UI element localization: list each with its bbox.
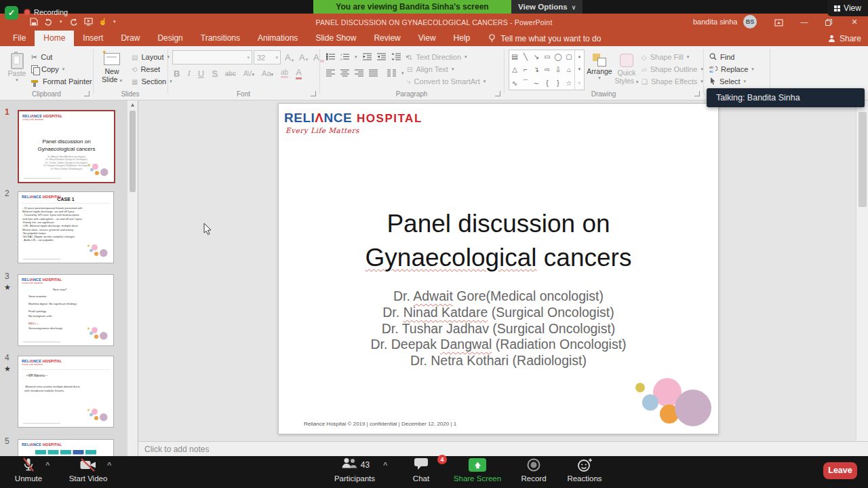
- font-name-combobox[interactable]: ▾: [172, 50, 252, 64]
- participants-button[interactable]: 43 Participants: [328, 457, 382, 483]
- scroll-up-icon[interactable]: ▲: [127, 100, 138, 110]
- shape-effects-button[interactable]: ❏Shape Effects▾: [642, 76, 703, 87]
- customize-qat-icon[interactable]: ▾: [113, 19, 116, 24]
- slide-thumbnail-1[interactable]: RELIΛNCE HOSPITAL Every Life Matters Pan…: [18, 110, 115, 183]
- start-slideshow-icon[interactable]: [84, 18, 93, 26]
- change-case-button[interactable]: Aa▾: [262, 69, 273, 77]
- columns-button[interactable]: [387, 69, 396, 78]
- font-color-button[interactable]: A: [296, 67, 302, 79]
- tab-design[interactable]: Design: [149, 31, 191, 46]
- redo-button[interactable]: [68, 18, 78, 26]
- align-text-button[interactable]: ⊟Align Text▾: [407, 64, 454, 75]
- replace-button[interactable]: abacReplace▾: [709, 64, 754, 75]
- text-direction-button[interactable]: ⇅Text Direction▾: [407, 52, 467, 62]
- paste-button[interactable]: Paste ▾: [5, 49, 28, 91]
- account-name[interactable]: bandita sinha: [693, 14, 737, 31]
- align-left-button[interactable]: [326, 69, 335, 78]
- slide-canvas[interactable]: RELIΛNCEHOSPITAL Every Life Matters Pane…: [278, 103, 719, 434]
- scrollbar-thumb[interactable]: [859, 112, 867, 207]
- copy-button[interactable]: Copy▾: [31, 64, 64, 75]
- bold-button[interactable]: B: [174, 69, 180, 79]
- record-button[interactable]: Record: [512, 457, 555, 483]
- shape-outline-button[interactable]: ▱Shape Outline▾: [642, 64, 703, 75]
- quick-styles-button[interactable]: Quick Styles ▾: [614, 49, 639, 91]
- tab-draw[interactable]: Draw: [112, 31, 149, 46]
- clear-formatting-button[interactable]: A: [313, 52, 324, 62]
- slide-title[interactable]: Panel discussion on Gynaecological cance…: [279, 207, 718, 275]
- italic-button[interactable]: I: [187, 68, 190, 79]
- share-screen-button[interactable]: Share Screen: [450, 457, 505, 483]
- convert-smartart-button[interactable]: ⤷Convert to SmartArt▾: [407, 76, 486, 87]
- text-shadow-button[interactable]: S: [212, 69, 218, 79]
- highlight-color-button[interactable]: ab: [281, 69, 288, 78]
- chat-button[interactable]: 4 Chat: [401, 457, 441, 483]
- line-spacing-button[interactable]: [391, 53, 401, 62]
- font-dialog-launcher[interactable]: [311, 91, 316, 96]
- select-button[interactable]: Select▾: [709, 76, 746, 87]
- minimize-button[interactable]: —: [797, 14, 811, 31]
- grow-font-button[interactable]: A▴: [285, 52, 294, 62]
- reset-button[interactable]: ⟲Reset: [132, 64, 160, 75]
- underline-button[interactable]: U: [198, 69, 204, 79]
- tab-file[interactable]: File: [4, 31, 35, 46]
- touch-mode-icon[interactable]: ☝: [99, 18, 107, 26]
- slide-thumbnail-3[interactable]: RELIΛNCE HOSPITAL Every Life Matters Nex…: [18, 274, 114, 346]
- panel-scrollbar[interactable]: ▲: [127, 100, 138, 456]
- strikethrough-button[interactable]: abc: [225, 70, 236, 77]
- drawing-dialog-launcher[interactable]: [694, 91, 700, 96]
- undo-button[interactable]: [44, 18, 54, 26]
- tab-home[interactable]: Home: [35, 31, 74, 46]
- cut-button[interactable]: ✂Cut: [31, 52, 52, 62]
- shapes-gallery-scrollbar[interactable]: ▲▼⩒: [574, 50, 584, 90]
- save-icon[interactable]: [30, 18, 38, 26]
- find-button[interactable]: Find: [709, 52, 734, 62]
- start-video-button[interactable]: Start Video: [64, 457, 112, 483]
- undo-dropdown-icon[interactable]: ▾: [60, 19, 62, 24]
- unmute-button[interactable]: Unmute: [7, 457, 50, 483]
- decrease-indent-button[interactable]: [363, 53, 372, 62]
- reactions-button[interactable]: Reactions: [561, 457, 608, 483]
- increase-indent-button[interactable]: [377, 53, 386, 62]
- view-options-button[interactable]: View Options∨: [511, 0, 583, 14]
- slide-thumbnail-2[interactable]: RELIΛNCE HOSPITAL CASE 1 - 52 years post…: [18, 191, 114, 263]
- clipboard-dialog-launcher[interactable]: [84, 91, 90, 96]
- slide-thumbnail-4[interactable]: RELIΛNCE HOSPITAL Every Life Matters • M…: [18, 356, 114, 428]
- tab-insert[interactable]: Insert: [74, 31, 112, 46]
- panelist-list[interactable]: Dr. Adwait Gore(Medical oncologist) Dr. …: [279, 288, 718, 369]
- scrollbar-thumb[interactable]: [130, 111, 136, 192]
- layout-button[interactable]: ▤Layout▾: [132, 52, 170, 62]
- format-painter-button[interactable]: Format Painter: [31, 76, 92, 87]
- tab-review[interactable]: Review: [365, 31, 409, 46]
- zoom-view-menu-button[interactable]: View: [827, 0, 868, 16]
- new-slide-button[interactable]: New Slide ▾: [96, 49, 127, 91]
- ribbon-display-options-button[interactable]: [772, 14, 785, 31]
- tell-me-box[interactable]: Tell me what you want to do: [488, 31, 601, 46]
- tab-view[interactable]: View: [410, 31, 445, 46]
- arrange-button[interactable]: Arrange▾: [586, 49, 613, 91]
- character-spacing-button[interactable]: AV▾: [243, 70, 254, 77]
- notes-pane[interactable]: Click to add notes: [138, 441, 868, 456]
- main-scrollbar[interactable]: ▲: [856, 100, 868, 441]
- shapes-gallery[interactable]: ▤╲↘▭◯▢ △⌐↴⇨⇩⌂ ∿⌒∼{}☆ ▲▼⩒: [509, 50, 585, 90]
- tab-slide-show[interactable]: Slide Show: [307, 31, 365, 46]
- tab-help[interactable]: Help: [445, 31, 479, 46]
- slide-thumbnail-5[interactable]: RELIΛNCE HOSPITAL: [18, 439, 114, 456]
- paragraph-dialog-launcher[interactable]: [495, 91, 500, 96]
- shrink-font-button[interactable]: A▾: [299, 52, 308, 62]
- video-options-chevron[interactable]: ^: [107, 461, 111, 469]
- numbering-button[interactable]: 12: [340, 53, 349, 62]
- justify-button[interactable]: [369, 69, 378, 78]
- leave-button[interactable]: Leave: [823, 462, 857, 479]
- align-center-button[interactable]: [340, 69, 349, 78]
- section-button[interactable]: ▦Section▾: [132, 76, 172, 87]
- shape-fill-button[interactable]: ◇Shape Fill▾: [642, 52, 689, 62]
- participants-options-chevron[interactable]: ^: [383, 461, 387, 469]
- font-size-combobox[interactable]: 32▾: [254, 50, 281, 64]
- tab-animations[interactable]: Animations: [249, 31, 307, 46]
- bullets-button[interactable]: [326, 53, 335, 62]
- tab-transitions[interactable]: Transitions: [192, 31, 249, 46]
- align-right-button[interactable]: [355, 69, 363, 78]
- share-button[interactable]: Share: [828, 31, 861, 46]
- avatar[interactable]: BS: [743, 15, 757, 29]
- unmute-options-chevron[interactable]: ^: [45, 461, 50, 469]
